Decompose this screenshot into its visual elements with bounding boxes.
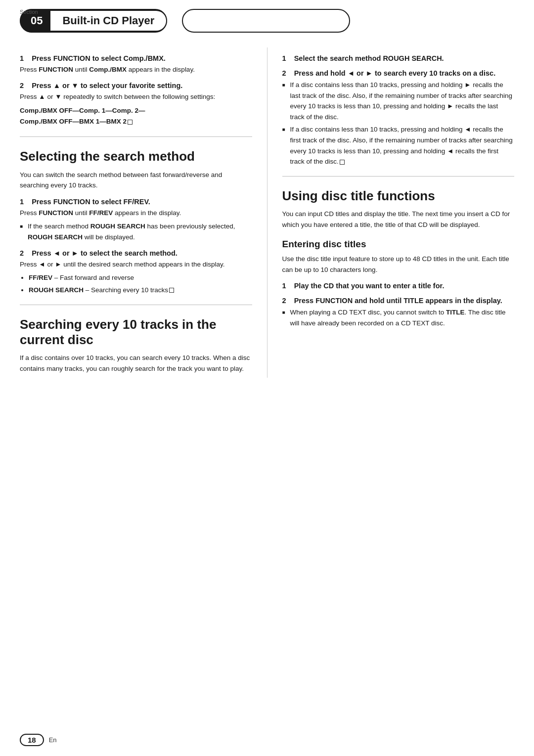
step2-fav-heading: 2 Press ▲ or ▼ to select your favorite s…: [20, 82, 252, 89]
step1-rough-heading: 1 Select the search method ROUGH SEARCH.: [282, 54, 515, 62]
section-badge: 05 Built-in CD Player: [20, 9, 167, 33]
presshold-bullet2: If a disc contains less than 10 tracks, …: [282, 124, 515, 167]
step1-compbmx-body: Press FUNCTION until Comp./BMX appears i…: [20, 65, 252, 75]
searching-10-heading: Searching every 10 tracks in the current…: [20, 317, 252, 348]
step1-ffrev-note: If the search method ROUGH SEARCH has be…: [20, 221, 252, 242]
search-method-bullets: FF/REV – Fast forward and reverse ROUGH …: [29, 272, 252, 295]
square-icon2: [169, 288, 174, 293]
step1-compbmx-heading: 1 Press FUNCTION to select Comp./BMX.: [20, 54, 252, 62]
square-icon: [128, 120, 133, 125]
section-label: Section: [20, 9, 38, 15]
step1-ffrev-body: Press FUNCTION until FF/REV appears in t…: [20, 208, 252, 218]
entering-disc-titles-intro: Use the disc title input feature to stor…: [282, 254, 515, 275]
bullet-ffrev: FF/REV – Fast forward and reverse: [29, 272, 252, 283]
page-number: 18: [20, 734, 44, 746]
section-title: Built-in CD Player: [50, 10, 167, 32]
square-icon3: [340, 160, 345, 165]
using-disc-title-heading: Using disc title functions: [282, 188, 515, 204]
entering-disc-titles-heading: Entering disc titles: [282, 239, 515, 250]
divider3: [282, 176, 515, 177]
comp-bmx-code: Comp./BMX OFF—Comp. 1—Comp. 2— Comp./BMX…: [20, 105, 252, 128]
searching-10-intro: If a disc contains over 10 tracks, you c…: [20, 353, 252, 374]
step1-ffrev-heading: 1 Press FUNCTION to select FF/REV.: [20, 198, 252, 206]
presshold-bullets: If a disc contains less than 10 tracks, …: [282, 80, 515, 167]
step2-searchmethod-heading: 2 Press ◄ or ► to select the search meth…: [20, 249, 252, 257]
step2-searchmethod-body: Press ◄ or ► until the desired search me…: [20, 260, 252, 269]
presshold-bullet1: If a disc contains less than 10 tracks, …: [282, 80, 515, 122]
lang-label: En: [49, 736, 57, 744]
page: Section 05 Built-in CD Player 1 Press FU…: [0, 0, 534, 756]
step2-title-heading: 2 Press FUNCTION and hold until TITLE ap…: [282, 297, 515, 305]
divider1: [20, 136, 252, 137]
step1-ffrev-notes: If the search method ROUGH SEARCH has be…: [20, 221, 252, 242]
using-disc-title-intro: You can input CD titles and display the …: [282, 209, 515, 230]
header-right-box: [182, 9, 350, 33]
divider2: [20, 305, 252, 305]
main-content: 1 Press FUNCTION to select Comp./BMX. Pr…: [0, 38, 534, 393]
title-bullets: When playing a CD TEXT disc, you cannot …: [282, 307, 515, 328]
right-column: 1 Select the search method ROUGH SEARCH.…: [267, 47, 515, 378]
step2-fav-body: Press ▲ or ▼ repeatedly to switch betwee…: [20, 92, 252, 102]
title-bullet1: When playing a CD TEXT disc, you cannot …: [282, 307, 515, 328]
bullet-rough: ROUGH SEARCH – Searching every 10 tracks: [29, 285, 252, 296]
footer: 18 En: [20, 734, 57, 746]
left-column: 1 Press FUNCTION to select Comp./BMX. Pr…: [20, 47, 267, 378]
step1-play-heading: 1 Play the CD that you want to enter a t…: [282, 282, 515, 290]
header: 05 Built-in CD Player: [0, 0, 534, 38]
step1-compbmx-label: 1 Press FUNCTION to select Comp./BMX.: [20, 54, 166, 62]
selecting-search-heading: Selecting the search method: [20, 149, 252, 164]
selecting-search-intro: You can switch the search method between…: [20, 170, 252, 191]
step2-presshold-heading: 2 Press and hold ◄ or ► to search every …: [282, 69, 515, 77]
